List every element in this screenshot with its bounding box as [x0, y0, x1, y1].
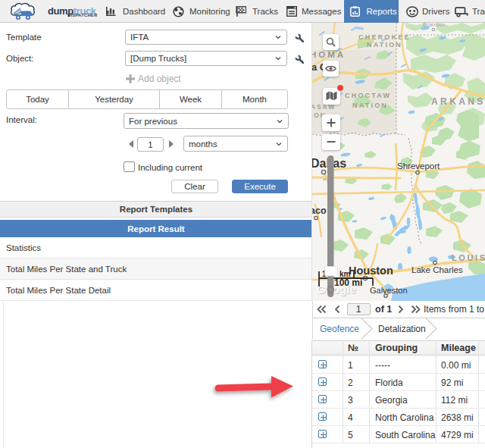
svg-text:100 mi: 100 mi — [334, 277, 362, 288]
svg-text:Branson: Branson — [423, 23, 445, 28]
svg-text:ARKANSAS: ARKANSAS — [431, 96, 485, 107]
svg-text:CHEROKEE: CHEROKEE — [358, 33, 411, 41]
svg-text:ASAW: ASAW — [312, 103, 336, 111]
svg-text:NATION: NATION — [367, 41, 402, 49]
svg-text:NATION: NATION — [352, 102, 388, 109]
svg-text:Galveston: Galveston — [370, 286, 408, 295]
svg-text:LOUISIA: LOUISIA — [452, 253, 485, 262]
svg-text:Lake Charles: Lake Charles — [411, 265, 463, 274]
svg-text:Houston: Houston — [349, 265, 393, 277]
svg-text:aco: aco — [312, 205, 327, 216]
svg-text:HOMA: HOMA — [312, 50, 346, 59]
svg-text:Shreveport: Shreveport — [397, 161, 440, 171]
svg-text:CHOCTAW: CHOCTAW — [345, 92, 391, 99]
